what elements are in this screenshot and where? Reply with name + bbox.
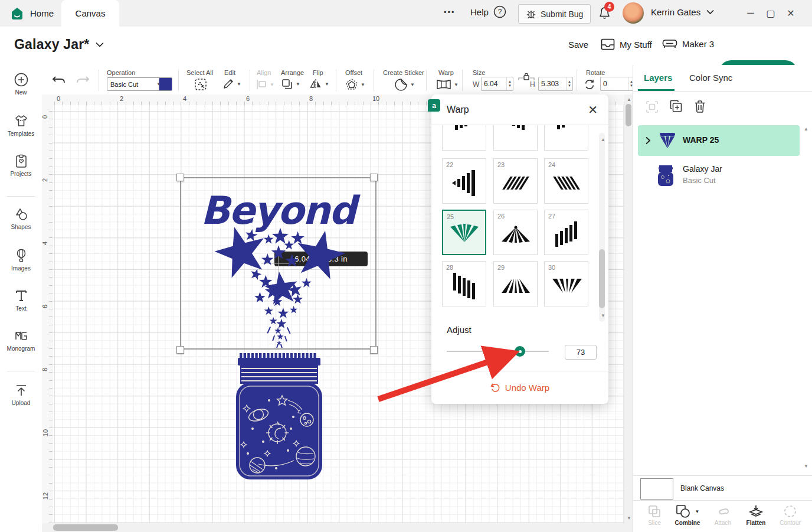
selection-handle-top-right[interactable] <box>370 174 378 181</box>
scroll-up-arrow-icon[interactable]: ▲ <box>601 137 605 142</box>
scroll-up-arrow-icon[interactable]: ▲ <box>627 97 631 102</box>
contour-button[interactable]: Contour <box>774 504 807 526</box>
delete-trash-icon[interactable] <box>693 99 707 114</box>
adjust-label: Adjust <box>447 325 472 335</box>
scroll-down-arrow-icon[interactable]: ▼ <box>601 313 605 318</box>
width-input[interactable]: ▲▼ <box>481 77 513 91</box>
rotate-input[interactable]: ▲▼ <box>600 77 634 91</box>
sidebar-item-upload[interactable]: Upload <box>0 383 42 406</box>
tab-color-sync[interactable]: Color Sync <box>689 73 732 83</box>
notifications-button[interactable]: 4 <box>597 6 612 21</box>
sidebar-item-new[interactable]: New <box>0 72 42 96</box>
width-stepper[interactable]: ▲▼ <box>506 77 513 90</box>
page-title: Galaxy Jar* <box>14 37 90 53</box>
warp-grid-scroll-thumb[interactable] <box>599 249 605 308</box>
user-avatar[interactable] <box>623 2 644 24</box>
warped-design-beyond-stars[interactable]: Beyond <box>181 178 375 348</box>
flatten-button[interactable]: Flatten <box>739 504 772 526</box>
warp-dropdown[interactable]: ▼ <box>436 79 459 90</box>
warp-tile-26[interactable]: 26 <box>493 210 538 255</box>
blank-canvas-swatch[interactable] <box>640 478 673 500</box>
combine-button[interactable]: ▼ Combine <box>671 504 704 526</box>
size-lock-icon[interactable] <box>518 73 535 81</box>
warp-tile-25-selected[interactable]: 25 <box>442 210 486 255</box>
arrange-layers-icon <box>281 78 293 90</box>
height-stepper[interactable]: ▲▼ <box>566 77 572 90</box>
submit-bug-button[interactable]: Submit Bug <box>518 4 591 24</box>
warp-tile-27[interactable]: 27 <box>544 210 588 255</box>
sidebar-item-shapes[interactable]: Shapes <box>0 207 42 230</box>
galaxy-jar-design[interactable] <box>235 353 323 480</box>
sidebar-item-templates[interactable]: Templates <box>0 113 42 137</box>
warp-style-23-icon <box>500 168 532 198</box>
save-button[interactable]: Save <box>568 40 588 50</box>
attach-button[interactable]: Attach <box>706 504 739 526</box>
window-maximize-button[interactable]: ▢ <box>761 4 781 22</box>
warp-tile-28[interactable]: 28 <box>442 261 486 306</box>
project-title-menu[interactable]: Galaxy Jar* <box>14 37 104 53</box>
warp-tile-23[interactable]: 23 <box>493 158 538 204</box>
tab-layers[interactable]: Layers <box>644 73 672 83</box>
warp-style-grid: 22 23 24 25 <box>431 125 608 314</box>
warp-tile-partial[interactable] <box>442 125 486 151</box>
adjust-slider-track[interactable] <box>447 351 549 352</box>
redo-icon[interactable] <box>76 76 90 86</box>
canvas-tab[interactable]: Canvas <box>61 0 119 27</box>
sidebar-item-monogram[interactable]: Monogram <box>0 328 42 352</box>
my-stuff-button[interactable]: My Stuff <box>601 38 652 50</box>
adjust-slider-knob[interactable] <box>515 346 525 357</box>
warp-panel-close-icon[interactable]: ✕ <box>588 103 598 117</box>
select-all-icon[interactable] <box>194 78 207 91</box>
warp-tile-29[interactable]: 29 <box>493 261 538 306</box>
machine-icon <box>662 38 677 50</box>
more-menu-icon[interactable]: ••• <box>444 8 456 17</box>
rotate-icon[interactable] <box>584 79 595 90</box>
undo-warp-button[interactable]: Undo Warp <box>431 371 608 404</box>
warp-tile-24[interactable]: 24 <box>544 158 588 204</box>
scroll-down-arrow-icon[interactable]: ▼ <box>804 464 808 469</box>
vertical-scroll-thumb[interactable] <box>626 104 631 126</box>
blank-canvas-row[interactable]: Blank Canvas <box>633 475 812 501</box>
height-input[interactable]: ▲▼ <box>538 77 573 91</box>
arrange-dropdown[interactable]: ▼ <box>281 78 300 90</box>
warp-tile-partial[interactable] <box>493 125 538 151</box>
scroll-up-arrow-icon[interactable]: ▲ <box>804 126 808 132</box>
canvas-vertical-scrollbar[interactable]: ▲ ▼ <box>624 94 633 523</box>
create-sticker-dropdown[interactable]: ▼ <box>394 78 415 92</box>
adjust-value-input[interactable]: 73 <box>565 345 597 360</box>
svg-text:?: ? <box>498 8 502 16</box>
window-minimize-button[interactable]: ─ <box>741 4 761 22</box>
scroll-down-arrow-icon[interactable]: ▼ <box>627 515 631 521</box>
warp-tile-partial[interactable] <box>544 125 588 151</box>
user-menu[interactable]: Kerrin Gates <box>651 7 714 17</box>
edit-dropdown[interactable]: ▼ <box>222 78 241 90</box>
duplicate-icon[interactable] <box>669 99 683 114</box>
warp-style-26-icon <box>500 224 531 245</box>
slice-button[interactable]: Slice <box>638 504 671 526</box>
operation-dropdown[interactable]: Basic Cut ▼ <box>107 77 165 91</box>
operation-color-swatch[interactable] <box>159 77 172 91</box>
sidebar-item-projects[interactable]: Projects <box>0 154 42 177</box>
sidebar-item-text[interactable]: Text <box>0 288 42 312</box>
group-icon[interactable] <box>645 100 659 114</box>
sidebar-item-images[interactable]: Images <box>0 248 42 272</box>
chevron-right-icon[interactable] <box>645 136 651 145</box>
warp-tile-22[interactable]: 22 <box>442 158 486 204</box>
window-close-button[interactable]: ✕ <box>781 4 801 22</box>
canvas-horizontal-scrollbar[interactable] <box>42 523 633 532</box>
horizontal-scroll-thumb[interactable] <box>53 524 118 531</box>
help-menu[interactable]: Help ? <box>470 5 506 18</box>
offset-dropdown[interactable]: ▼ <box>345 78 365 91</box>
layer-row-warp25[interactable]: WARP 25 <box>638 125 800 156</box>
warp-tile-30[interactable]: 30 <box>544 261 588 306</box>
selection-handle-bottom-left[interactable] <box>176 346 184 354</box>
home-tab[interactable]: Home <box>9 0 54 27</box>
selection-handle-bottom-right[interactable] <box>370 346 378 354</box>
selection-bounding-box[interactable]: Beyond <box>180 177 376 350</box>
layer-row-galaxy-jar[interactable]: Galaxy Jar Basic Cut <box>638 159 800 192</box>
flip-dropdown[interactable]: ▼ <box>309 78 329 90</box>
align-dropdown[interactable]: ▼ <box>256 79 274 90</box>
undo-icon[interactable] <box>52 76 66 86</box>
machine-select-button[interactable]: Maker 3 <box>662 38 714 50</box>
selection-handle-top-left[interactable] <box>176 174 184 181</box>
